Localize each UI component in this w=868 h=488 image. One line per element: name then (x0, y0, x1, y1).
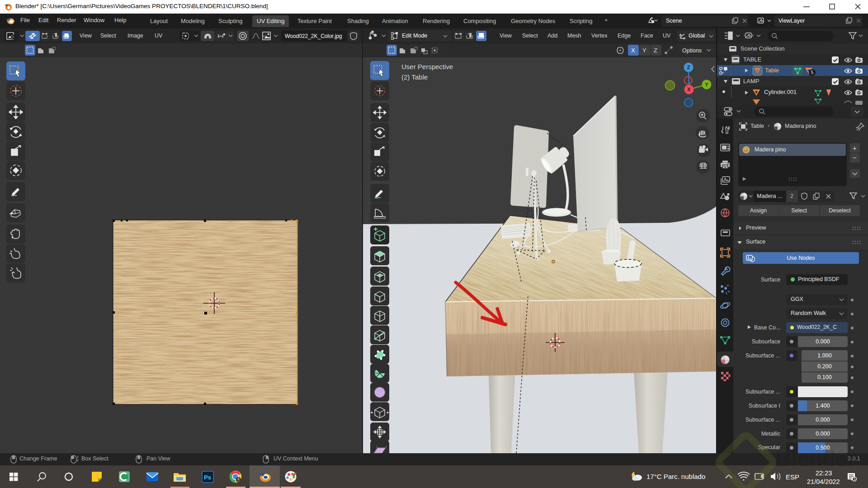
svg-text:Z: Z (654, 47, 657, 54)
svg-text:Y: Y (705, 82, 708, 87)
svg-text:X: X (687, 87, 691, 92)
svg-text:Z: Z (687, 65, 690, 70)
svg-text:X: X (631, 47, 635, 54)
svg-text:User Perspective: User Perspective (401, 63, 453, 70)
svg-text:Y: Y (642, 47, 646, 54)
svg-text:(2) Table: (2) Table (401, 73, 428, 81)
svg-text:Blender: Blender (775, 447, 856, 471)
svg-text:17°C Parc. nublado: 17°C Parc. nublado (646, 473, 705, 480)
svg-text:Ps: Ps (204, 474, 211, 481)
svg-text:Options: Options (682, 47, 702, 54)
